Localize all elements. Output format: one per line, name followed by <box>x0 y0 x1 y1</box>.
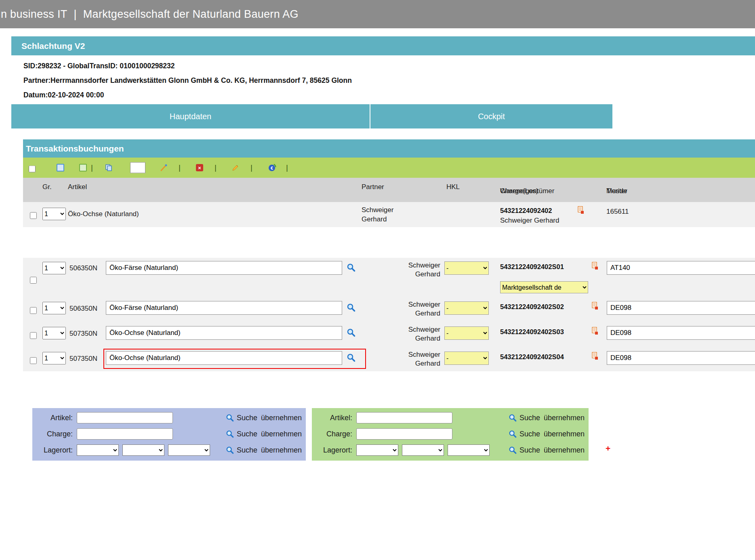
artikel-search-icon[interactable] <box>347 303 355 314</box>
row-checkbox[interactable] <box>30 307 37 314</box>
partner-name: SchweigerGerhard <box>376 325 440 343</box>
partner-name: SchweigerGerhard <box>376 261 440 279</box>
suche-label: Suche <box>237 430 257 438</box>
schlachtung-page: n business IT | Marktgesellschaft der Na… <box>0 0 755 560</box>
app-title: Marktgesellschaft der Naturland Bauern A… <box>83 8 299 21</box>
tier-id-input[interactable] <box>607 326 755 340</box>
charge-search-input[interactable] <box>77 428 173 440</box>
artikel-search-icon[interactable] <box>347 353 355 364</box>
tab-cockpit[interactable]: Cockpit <box>370 104 612 128</box>
artikel-search-icon[interactable] <box>347 263 355 274</box>
partner-line2: Gerhard <box>415 309 440 317</box>
charge-search-row: Charge: Suche übernehmen <box>312 427 589 441</box>
owner-select[interactable]: Marktgesellschaft de <box>500 281 588 293</box>
row-checkbox[interactable] <box>30 332 37 339</box>
artikel-search-input[interactable] <box>356 412 452 423</box>
search-area: Artikel: Suche übernehmen Charge: <box>32 408 755 461</box>
table-row: 1 507350N SchweigerGerhard - 54321224092… <box>23 321 755 346</box>
artikel-search-input[interactable] <box>77 412 173 423</box>
lagerort-select-1[interactable] <box>77 444 119 456</box>
hkl-select[interactable]: - <box>444 352 489 365</box>
charge-number: 54321224092402S04 <box>500 353 564 361</box>
gr-select[interactable]: 1 <box>42 327 66 339</box>
page-title: Schlachtung V2 <box>11 36 755 55</box>
spacer <box>11 128 755 139</box>
charge-search-input[interactable] <box>356 428 452 440</box>
suche-uebernehmen-lagerort-link[interactable]: Suche übernehmen <box>509 446 585 455</box>
charge-note-icon[interactable] <box>592 327 598 337</box>
search-icon <box>509 446 517 454</box>
header-gr: Gr. <box>42 182 52 192</box>
header-partner: Partner <box>362 182 384 192</box>
charge-note-icon[interactable] <box>592 262 598 272</box>
search-icon <box>226 414 234 422</box>
artikel-input[interactable] <box>106 351 342 365</box>
suche-uebernehmen-charge-link[interactable]: Suche übernehmen <box>509 430 585 438</box>
charge-note-icon[interactable] <box>592 302 598 312</box>
hkl-select[interactable]: - <box>444 326 489 340</box>
tier-id-input[interactable] <box>607 261 755 275</box>
datum-line: Datum:02-10-2024 00:00 <box>23 91 755 99</box>
gr-select[interactable]: 1 <box>42 262 66 274</box>
main-content: Schlachtung V2 SID:298232 - GlobalTransI… <box>11 36 755 461</box>
row-checkbox[interactable] <box>30 277 37 284</box>
transaction-rows: 1 506350N SchweigerGerhard - 54321224092… <box>23 258 755 371</box>
gr-select[interactable]: 1 <box>42 352 66 364</box>
row-checkbox[interactable] <box>30 212 37 219</box>
lagerort-select-2[interactable] <box>402 444 444 456</box>
section-title: Transaktionsbuchungen <box>23 139 755 158</box>
search-panel-left: Artikel: Suche übernehmen Charge: <box>32 408 306 461</box>
lagerort-select-3[interactable] <box>168 444 210 456</box>
hkl-select[interactable]: - <box>444 301 489 315</box>
edit-pencil-icon[interactable] <box>231 164 240 172</box>
select-all-checkbox[interactable] <box>29 166 36 173</box>
select-all-blue-icon[interactable] <box>57 164 64 172</box>
suche-uebernehmen-artikel-link[interactable]: Suche übernehmen <box>509 414 585 422</box>
wand-icon[interactable] <box>160 164 168 172</box>
artikel-input[interactable] <box>106 261 342 275</box>
add-row-plus[interactable]: + <box>606 444 610 453</box>
lagerort-label: Lagerort: <box>312 446 352 455</box>
select-all-green-icon[interactable] <box>79 164 87 172</box>
tab-bar: Hauptdaten Cockpit <box>11 104 612 128</box>
spacer <box>23 227 755 258</box>
charge-note-icon[interactable] <box>592 352 598 362</box>
lagerort-search-row: Lagerort: Suche übernehmen <box>32 443 306 457</box>
hkl-select[interactable]: - <box>444 261 489 275</box>
search-panel-right: Artikel: Suche übernehmen Charge: <box>312 408 589 461</box>
delete-icon[interactable]: × <box>196 164 203 171</box>
partner-line2: Gerhard <box>362 215 387 223</box>
artikel-input[interactable] <box>106 326 342 340</box>
partner-name: SchweigerGerhard <box>362 205 393 224</box>
toolbar-filter-input[interactable] <box>130 162 145 173</box>
artikel-code: 507350N <box>69 330 97 338</box>
lagerort-select-1[interactable] <box>356 444 398 456</box>
toolbar-divider: | <box>91 163 93 172</box>
partner-line2: Gerhard <box>415 335 440 342</box>
tier-id-input[interactable] <box>607 351 755 365</box>
gr-select[interactable]: 1 <box>42 302 66 314</box>
artikel-input[interactable] <box>106 301 342 315</box>
suche-label: Suche <box>237 414 257 422</box>
toolbar-divider: | <box>286 163 288 172</box>
euro-refresh-icon[interactable]: € <box>268 164 276 172</box>
charge-note-icon[interactable] <box>578 206 584 216</box>
partner-line1: Schweiger <box>408 351 440 358</box>
row-checkbox[interactable] <box>30 357 37 364</box>
suche-uebernehmen-artikel-link[interactable]: Suche übernehmen <box>226 414 302 422</box>
partner-line2: Gerhard <box>415 270 440 278</box>
transaction-info: SID:298232 - GlobalTransID: 010010002982… <box>11 55 755 104</box>
lagerort-select-3[interactable] <box>448 444 490 456</box>
tab-hauptdaten[interactable]: Hauptdaten <box>11 104 370 128</box>
uebernehmen-label: übernehmen <box>544 414 585 422</box>
gr-select[interactable]: 1 <box>42 208 66 220</box>
partner-line1: Schweiger <box>408 326 440 333</box>
artikel-search-icon[interactable] <box>347 328 355 339</box>
lagerort-select-2[interactable] <box>122 444 164 456</box>
tier-id-input[interactable] <box>607 301 755 315</box>
charge-label: Charge: <box>312 430 352 438</box>
suche-uebernehmen-charge-link[interactable]: Suche übernehmen <box>226 430 302 438</box>
suche-uebernehmen-lagerort-link[interactable]: Suche übernehmen <box>226 446 302 455</box>
copy-icon[interactable] <box>105 164 112 171</box>
partner-line: Partner:Herrmannsdorfer Landwerkstätten … <box>23 76 755 85</box>
